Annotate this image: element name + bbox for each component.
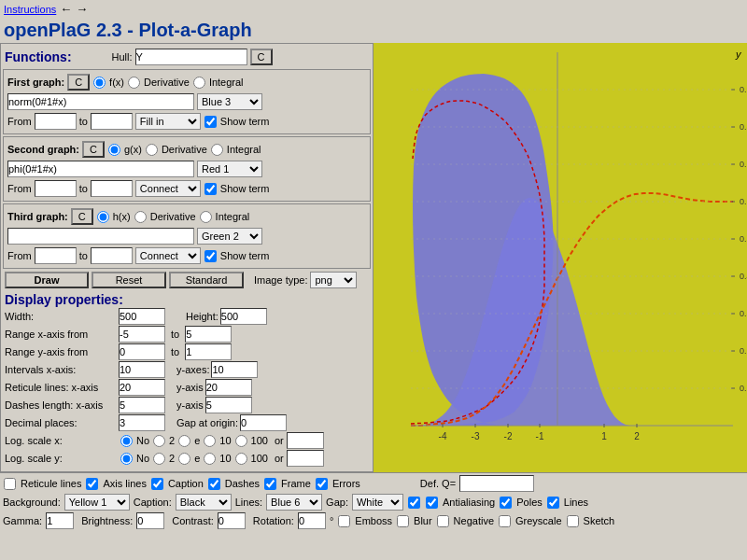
first-graph-to-input[interactable] bbox=[91, 113, 133, 130]
height-input[interactable] bbox=[220, 308, 267, 325]
nav-back[interactable]: ← bbox=[60, 2, 72, 16]
def-q-input[interactable] bbox=[459, 475, 534, 492]
range-x-to-input[interactable] bbox=[185, 326, 232, 343]
log-y-no-radio[interactable] bbox=[120, 453, 133, 465]
range-x-from-input[interactable] bbox=[119, 326, 165, 343]
contrast-input[interactable] bbox=[218, 512, 246, 529]
third-graph-show-term-check[interactable] bbox=[204, 250, 217, 262]
dashes-x-input[interactable] bbox=[119, 397, 165, 413]
brightness-label: Brightness: bbox=[81, 515, 133, 526]
decimal-input[interactable] bbox=[119, 414, 165, 431]
first-graph-show-term-check[interactable] bbox=[204, 116, 217, 128]
first-graph-derivative-radio[interactable] bbox=[128, 77, 140, 89]
dashes-label: Dashes bbox=[225, 478, 260, 489]
third-graph-integral-radio[interactable] bbox=[200, 211, 212, 223]
gap-color-select[interactable]: WhiteBlack bbox=[352, 494, 403, 511]
decimal-gap-row: Decimal places: Gap at origin: bbox=[5, 414, 369, 431]
reset-button[interactable]: Reset bbox=[92, 272, 166, 288]
log-y-2-radio[interactable] bbox=[153, 453, 165, 465]
first-graph-integral-radio[interactable] bbox=[193, 77, 205, 89]
second-graph-from-input[interactable] bbox=[35, 180, 77, 197]
log-x-10-radio[interactable] bbox=[204, 435, 216, 447]
log-x-e-radio[interactable] bbox=[178, 435, 190, 447]
svg-text:1: 1 bbox=[601, 431, 607, 441]
emboss-check[interactable] bbox=[338, 515, 350, 527]
axis-lines-check[interactable] bbox=[86, 478, 98, 490]
first-graph-fill-select[interactable]: Fill inConnect bbox=[135, 113, 201, 130]
third-graph-c-button[interactable]: C bbox=[71, 208, 93, 225]
first-graph-from-input[interactable] bbox=[35, 113, 77, 130]
bg-select[interactable]: Yellow 1WhiteBlack bbox=[64, 494, 130, 511]
caption-label: Caption bbox=[168, 478, 204, 489]
second-graph-func-input[interactable] bbox=[7, 161, 194, 177]
errors-check[interactable] bbox=[316, 478, 328, 490]
frame-check[interactable] bbox=[264, 478, 276, 490]
first-graph-color-select[interactable]: Blue 1Blue 2Blue 3Blue 4Blue 5Blue 6 bbox=[197, 93, 262, 110]
image-type-select[interactable]: pngjpggif bbox=[310, 272, 357, 288]
lines-color-select[interactable]: Blue 1Blue 2Blue 3Blue 4Blue 5Blue 6 bbox=[266, 494, 322, 511]
caption-check[interactable] bbox=[151, 478, 163, 490]
lines-check[interactable] bbox=[547, 497, 559, 509]
second-graph-integral-radio[interactable] bbox=[211, 144, 223, 156]
log-x-2-radio[interactable] bbox=[153, 435, 165, 447]
first-graph-fx-radio[interactable] bbox=[93, 77, 106, 89]
first-graph-fx-label: f(x) bbox=[109, 77, 124, 88]
dashes-y-input[interactable] bbox=[205, 397, 252, 413]
log-x-no-radio[interactable] bbox=[120, 435, 133, 447]
intervals-x-input[interactable] bbox=[119, 361, 165, 378]
dashes-check[interactable] bbox=[208, 478, 220, 490]
log-y-10-radio[interactable] bbox=[204, 453, 216, 465]
blur-check[interactable] bbox=[397, 515, 409, 527]
third-graph-func-input[interactable] bbox=[7, 228, 194, 245]
errors-label: Errors bbox=[332, 478, 360, 489]
second-graph-to-input[interactable] bbox=[91, 180, 133, 197]
rotation-input[interactable] bbox=[298, 512, 326, 529]
range-y-from-input[interactable] bbox=[119, 343, 165, 360]
second-graph-derivative-radio[interactable] bbox=[146, 144, 158, 156]
standard-button[interactable]: Standard bbox=[169, 272, 244, 288]
gamma-input[interactable] bbox=[46, 512, 74, 529]
greyscale-check[interactable] bbox=[499, 515, 511, 527]
width-height-row: Width: Height: bbox=[5, 308, 369, 325]
first-graph-func-input[interactable] bbox=[7, 93, 194, 110]
third-graph-connect-select[interactable]: ConnectFill in bbox=[135, 247, 201, 264]
yaxis-input[interactable] bbox=[211, 361, 258, 378]
reticule-lines-check[interactable] bbox=[4, 478, 16, 490]
third-graph-derivative-radio[interactable] bbox=[134, 211, 147, 223]
third-graph-to-label: to bbox=[79, 250, 88, 261]
range-y-to-input[interactable] bbox=[185, 343, 232, 360]
third-graph-color-select[interactable]: Green 1Green 2Green 3 bbox=[197, 228, 262, 245]
log-x-custom-input[interactable] bbox=[287, 432, 324, 449]
reticule-x-input[interactable] bbox=[119, 379, 165, 396]
instructions-link[interactable]: Instructions bbox=[4, 4, 56, 15]
gap-check[interactable] bbox=[408, 497, 420, 509]
second-graph-title-row: Second graph: C g(x) Derivative Integral bbox=[6, 140, 368, 159]
log-x-100-radio[interactable] bbox=[235, 435, 247, 447]
draw-button[interactable]: Draw bbox=[5, 272, 89, 288]
caption-color-select[interactable]: BlackWhite bbox=[176, 494, 232, 511]
nav-fwd[interactable]: → bbox=[76, 2, 88, 16]
second-graph-color-select[interactable]: Red 1Red 2Red 3Red 4 bbox=[197, 161, 262, 177]
gap-input[interactable] bbox=[240, 414, 287, 431]
hull-c-button[interactable]: C bbox=[250, 49, 273, 65]
log-y-100-radio[interactable] bbox=[235, 453, 247, 465]
sketch-check[interactable] bbox=[567, 515, 579, 527]
width-input[interactable] bbox=[119, 308, 165, 325]
log-y-e-radio[interactable] bbox=[178, 453, 190, 465]
third-graph-hx-radio[interactable] bbox=[97, 211, 109, 223]
log-y-custom-input[interactable] bbox=[287, 450, 324, 467]
bottom-row-1: Reticule lines Axis lines Caption Dashes… bbox=[3, 475, 744, 492]
third-graph-to-input[interactable] bbox=[91, 247, 133, 264]
brightness-input[interactable] bbox=[136, 512, 164, 529]
first-graph-c-button[interactable]: C bbox=[67, 74, 90, 91]
second-graph-connect-select[interactable]: ConnectFill in bbox=[135, 180, 201, 197]
third-graph-from-input[interactable] bbox=[35, 247, 77, 264]
poles-check[interactable] bbox=[500, 497, 512, 509]
antialiasing-check[interactable] bbox=[426, 497, 438, 509]
reticule-y-input[interactable] bbox=[205, 379, 252, 396]
negative-check[interactable] bbox=[437, 515, 449, 527]
second-graph-c-button[interactable]: C bbox=[82, 141, 105, 158]
second-graph-show-term-check[interactable] bbox=[204, 183, 217, 195]
second-graph-gx-radio[interactable] bbox=[108, 144, 120, 156]
hull-input[interactable] bbox=[135, 49, 247, 65]
